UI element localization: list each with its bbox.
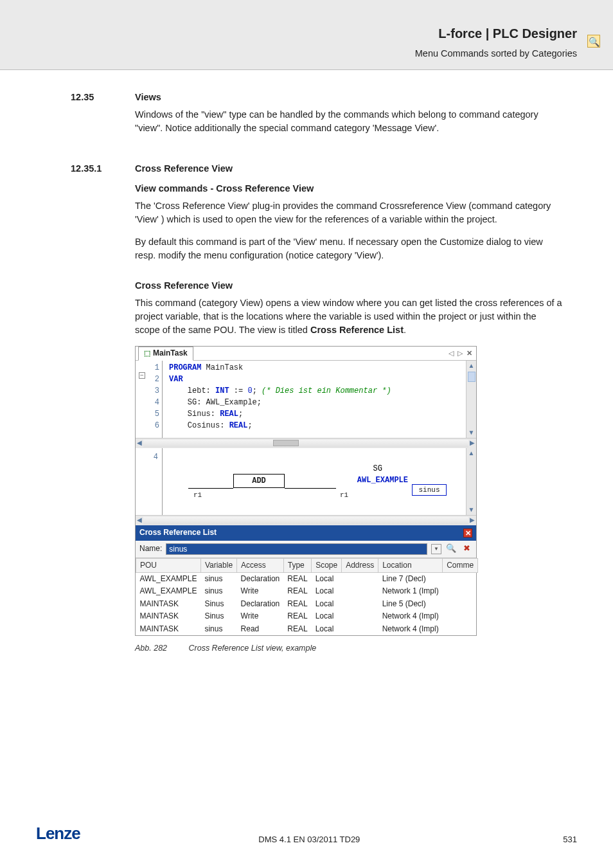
table-cell: Write — [237, 610, 284, 622]
col-scope[interactable]: Scope — [312, 558, 342, 572]
code-editor[interactable]: PROGRAM MainTask VAR lebt: INT := 0; (* … — [163, 361, 466, 438]
page-number: 531 — [538, 834, 577, 846]
scroll-up-icon[interactable]: ▲ — [468, 361, 475, 370]
table-cell: Declaration — [237, 573, 284, 586]
scroll-thumb[interactable] — [273, 440, 299, 446]
search-icon[interactable]: 🔍 — [445, 543, 457, 555]
table-cell — [342, 623, 378, 635]
scroll-right-icon[interactable]: ▶ — [470, 516, 475, 525]
table-cell: Local — [312, 573, 342, 586]
col-pou[interactable]: POU — [136, 558, 201, 572]
table-cell: Line 7 (Decl) — [378, 573, 443, 586]
line-gutter: 1 2 3 4 5 6 — [148, 361, 163, 438]
scroll-down-icon[interactable]: ▼ — [468, 428, 475, 437]
subsection-paragraph: By default this command is part of the '… — [135, 235, 563, 262]
clear-icon[interactable]: ✖ — [461, 543, 472, 555]
scroll-down-icon[interactable]: ▼ — [468, 505, 475, 514]
col-address[interactable]: Address — [342, 558, 378, 572]
table-cell: REAL — [283, 623, 311, 635]
table-cell — [443, 610, 478, 622]
table-row[interactable]: MAINTASKSinusDeclarationREALLocalLine 5 … — [136, 598, 478, 610]
text-bold: Cross Reference List — [310, 325, 404, 335]
table-cell: REAL — [283, 585, 311, 597]
cross-reference-table: POU Variable Access Type Scope Address L… — [136, 558, 478, 635]
table-cell: AWL_EXAMPLE — [136, 585, 201, 597]
figure-caption: Cross Reference List view, example — [188, 644, 316, 653]
close-tab-icon[interactable]: ✕ — [466, 348, 472, 359]
vertical-scrollbar[interactable]: ▲ 🔍 ▼ — [466, 448, 476, 515]
collapse-icon[interactable]: − — [139, 372, 145, 379]
fbd-diagram[interactable]: SG AWL_EXAMPLE ADD r1 r1 sinus — [163, 448, 466, 515]
pin-label: r1 — [340, 491, 348, 501]
subsection-paragraph: The 'Cross Reference View' plug-in provi… — [135, 199, 563, 226]
doc-header-title: L-force | PLC Designer — [36, 24, 577, 43]
vertical-scrollbar[interactable]: ▲ ▼ — [466, 361, 476, 438]
table-cell — [443, 623, 478, 635]
table-cell — [342, 573, 378, 586]
table-cell — [342, 598, 378, 610]
col-access[interactable]: Access — [237, 558, 284, 572]
table-cell — [443, 585, 478, 597]
table-cell: REAL — [283, 573, 311, 586]
editor-tabbar: ⬚ MainTask ◁ ▷ ✕ — [136, 347, 476, 361]
scroll-left-icon[interactable]: ◀ — [137, 516, 142, 525]
section-paragraph: Windows of the "view" type can be handle… — [135, 108, 563, 135]
dropdown-icon[interactable]: ▼ — [431, 544, 441, 554]
table-cell: Write — [237, 585, 284, 597]
horizontal-scrollbar[interactable]: ◀ ▶ — [136, 438, 476, 448]
brand-logo: Lenze — [36, 822, 80, 846]
horizontal-scrollbar[interactable]: ◀ ▶ — [136, 515, 476, 525]
prev-tab-icon[interactable]: ◁ — [449, 348, 454, 359]
col-type[interactable]: Type — [283, 558, 311, 572]
name-label: Name: — [139, 543, 162, 554]
table-cell: AWL_EXAMPLE — [136, 573, 201, 586]
table-cell — [342, 610, 378, 622]
scroll-up-icon[interactable]: ▲ — [468, 449, 475, 458]
magnifier-icon[interactable]: 🔍 — [587, 35, 600, 48]
scroll-right-icon[interactable]: ▶ — [470, 439, 475, 448]
table-cell: REAL — [283, 598, 311, 610]
table-row[interactable]: AWL_EXAMPLEsinusWriteREALLocalNetwork 1 … — [136, 585, 478, 597]
col-variable[interactable]: Variable — [200, 558, 236, 572]
subsection-number: 12.35.1 — [71, 162, 135, 176]
pin-label: r1 — [193, 491, 202, 501]
wire — [188, 488, 233, 489]
name-input[interactable] — [166, 543, 427, 555]
table-cell: Declaration — [237, 598, 284, 610]
table-header-row: POU Variable Access Type Scope Address L… — [136, 558, 478, 572]
table-cell: REAL — [283, 610, 311, 622]
editor-tab[interactable]: ⬚ MainTask — [138, 347, 193, 361]
col-comment[interactable]: Comme — [443, 558, 478, 572]
pou-icon: ⬚ — [144, 348, 150, 359]
figure-number: Abb. 282 — [135, 642, 186, 654]
scroll-thumb[interactable] — [468, 372, 475, 382]
next-tab-icon[interactable]: ▷ — [458, 348, 463, 359]
block-type-label: AWL_EXAMPLE — [357, 475, 408, 486]
table-cell: Sinus — [200, 610, 236, 622]
text-run: . — [404, 325, 406, 335]
subsection-heading: Cross Reference View — [135, 279, 563, 293]
editor-tab-label: MainTask — [153, 348, 188, 359]
table-row[interactable]: MAINTASKSinusWriteREALLocalNetwork 4 (Im… — [136, 610, 478, 622]
table-cell — [342, 585, 378, 597]
table-cell: Local — [312, 598, 342, 610]
table-cell — [443, 598, 478, 610]
close-icon[interactable]: ✕ — [463, 529, 472, 538]
add-block[interactable]: ADD — [233, 474, 285, 488]
table-cell: Network 4 (Impl) — [378, 610, 443, 622]
table-cell: Network 4 (Impl) — [378, 623, 443, 635]
fold-gutter: − — [136, 361, 148, 438]
table-cell: Line 5 (Decl) — [378, 598, 443, 610]
table-cell: MAINTASK — [136, 610, 201, 622]
table-row[interactable]: AWL_EXAMPLEsinusDeclarationREALLocalLine… — [136, 573, 478, 586]
table-row[interactable]: MAINTASKsinusReadREALLocalNetwork 4 (Imp… — [136, 623, 478, 635]
variable-box[interactable]: sinus — [412, 484, 447, 496]
scroll-left-icon[interactable]: ◀ — [137, 439, 142, 448]
table-cell — [443, 573, 478, 586]
subsection-title: Cross Reference View — [135, 162, 233, 176]
subsection-paragraph: This command (category View) opens a vie… — [135, 296, 563, 337]
table-cell: MAINTASK — [136, 623, 201, 635]
doc-header-subtitle: Menu Commands sorted by Categories — [36, 47, 577, 60]
col-location[interactable]: Location — [378, 558, 443, 572]
footer-doc-id: DMS 4.1 EN 03/2011 TD29 — [80, 834, 538, 846]
